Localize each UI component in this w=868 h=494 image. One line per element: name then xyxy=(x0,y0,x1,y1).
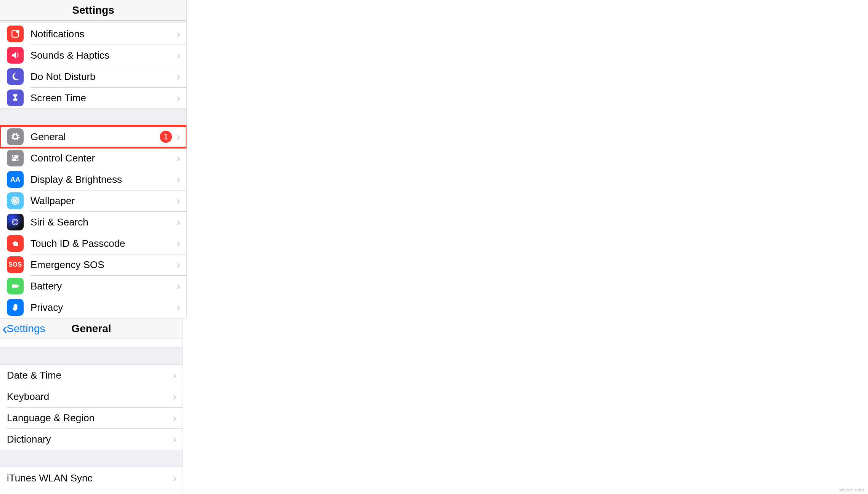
svg-point-13 xyxy=(12,202,14,204)
row-label: Screen Time xyxy=(30,92,176,104)
fingerprint-icon xyxy=(7,235,24,252)
chevron-right-icon: › xyxy=(176,49,180,62)
row-label: Emergency SOS xyxy=(30,259,176,271)
watermark: wsxdn.com xyxy=(839,487,864,492)
flower-icon xyxy=(7,192,24,209)
chevron-right-icon: › xyxy=(176,152,180,165)
row-battery[interactable]: Battery › xyxy=(0,275,186,297)
row-keyboard[interactable]: Keyboard › xyxy=(0,386,183,407)
chevron-right-icon: › xyxy=(173,411,176,424)
moon-icon xyxy=(7,68,24,85)
chevron-right-icon: › xyxy=(176,70,180,83)
back-label: Settings xyxy=(6,323,45,335)
row-dictionary[interactable]: Dictionary › xyxy=(0,428,183,450)
chevron-right-icon: › xyxy=(176,258,180,271)
chevron-right-icon: › xyxy=(173,369,176,382)
row-wallpaper[interactable]: Wallpaper › xyxy=(0,190,186,211)
text-size-icon: AA xyxy=(7,171,24,188)
row-label: Date & Time xyxy=(7,369,173,381)
row-label: Privacy xyxy=(30,302,176,313)
row-label: iTunes WLAN Sync xyxy=(7,472,173,484)
hand-icon xyxy=(7,299,24,316)
notifications-icon xyxy=(7,26,24,42)
chevron-right-icon: › xyxy=(176,173,180,186)
chevron-right-icon: › xyxy=(176,216,180,229)
row-label: Dictionary xyxy=(7,433,173,445)
svg-rect-18 xyxy=(18,285,19,287)
chevron-right-icon: › xyxy=(176,130,180,143)
chevron-right-icon: › xyxy=(176,91,180,104)
chevron-right-icon: › xyxy=(173,390,176,403)
general-navbar: ‹ Settings General xyxy=(0,318,183,339)
row-label: Keyboard xyxy=(7,391,173,403)
settings-navbar: Settings xyxy=(0,0,186,21)
row-label: Display & Brightness xyxy=(30,174,176,185)
chevron-right-icon: › xyxy=(176,237,180,250)
chevron-right-icon: › xyxy=(176,280,180,293)
row-do-not-disturb[interactable]: Do Not Disturb › xyxy=(0,66,186,87)
svg-point-12 xyxy=(16,198,18,200)
svg-point-15 xyxy=(12,219,18,225)
row-label: Do Not Disturb xyxy=(30,71,176,83)
svg-point-14 xyxy=(16,202,18,204)
row-label: Siri & Search xyxy=(30,216,176,228)
svg-rect-17 xyxy=(12,285,18,288)
svg-point-5 xyxy=(16,159,18,161)
row-label: Touch ID & Passcode xyxy=(30,238,176,249)
row-label: Notifications xyxy=(30,28,176,40)
row-language-region[interactable]: Language & Region › xyxy=(0,407,183,428)
hourglass-icon xyxy=(7,90,24,106)
row-label: Language & Region xyxy=(7,412,173,424)
row-vpn[interactable]: VPN Not Connected › xyxy=(0,489,183,494)
row-general[interactable]: General 1 › xyxy=(0,126,186,147)
row-control-center[interactable]: Control Center › xyxy=(0,147,186,169)
row-label: Sounds & Haptics xyxy=(30,50,176,61)
row-screen-time[interactable]: Screen Time › xyxy=(0,87,186,109)
sounds-icon xyxy=(7,47,24,64)
row-siri-search[interactable]: Siri & Search › xyxy=(0,211,186,233)
settings-group-1: Notifications › Sounds & Haptics › Do No… xyxy=(0,23,186,109)
svg-point-16 xyxy=(14,221,17,224)
general-panel: ‹ Settings General Date & Time › Keyboar… xyxy=(0,318,183,494)
svg-point-1 xyxy=(16,30,19,33)
settings-group-2: General 1 › Control Center › AA Display … xyxy=(0,126,186,318)
row-label: General xyxy=(30,131,160,143)
chevron-right-icon: › xyxy=(176,27,180,40)
row-privacy[interactable]: Privacy › xyxy=(0,297,186,318)
svg-point-11 xyxy=(12,198,14,200)
chevron-right-icon: › xyxy=(173,472,176,484)
svg-point-6 xyxy=(14,200,17,202)
chevron-right-icon: › xyxy=(173,433,176,446)
row-notifications[interactable]: Notifications › xyxy=(0,23,186,45)
chevron-right-icon: › xyxy=(176,194,180,207)
row-itunes-wlan-sync[interactable]: iTunes WLAN Sync › xyxy=(0,467,183,489)
row-touch-id-passcode[interactable]: Touch ID & Passcode › xyxy=(0,233,186,254)
row-display-brightness[interactable]: AA Display & Brightness › xyxy=(0,169,186,190)
settings-title: Settings xyxy=(0,4,186,16)
siri-icon xyxy=(7,214,24,230)
row-sounds-haptics[interactable]: Sounds & Haptics › xyxy=(0,45,186,66)
back-to-settings[interactable]: ‹ Settings xyxy=(0,321,45,336)
row-label: Wallpaper xyxy=(30,195,176,207)
row-emergency-sos[interactable]: SOS Emergency SOS › xyxy=(0,254,186,275)
sos-icon: SOS xyxy=(7,256,24,273)
general-group-b: iTunes WLAN Sync › VPN Not Connected › P… xyxy=(0,467,183,494)
row-label: Battery xyxy=(30,280,176,292)
chevron-right-icon: › xyxy=(176,301,180,314)
battery-icon xyxy=(7,278,24,294)
general-group-a: Date & Time › Keyboard › Language & Regi… xyxy=(0,364,183,450)
badge: 1 xyxy=(160,131,172,143)
row-label: Control Center xyxy=(30,152,176,164)
gear-icon xyxy=(7,128,24,145)
row-date-time[interactable]: Date & Time › xyxy=(0,365,183,386)
toggles-icon xyxy=(7,150,24,166)
svg-point-4 xyxy=(13,155,14,157)
settings-panel: Settings Notifications › Sounds & Haptic… xyxy=(0,0,187,318)
